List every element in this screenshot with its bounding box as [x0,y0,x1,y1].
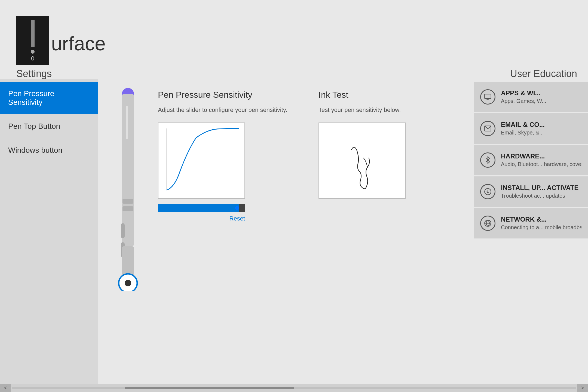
center-panel: Pen Pressure Sensitivity Adjust the slid… [98,79,474,387]
svg-point-9 [125,280,131,286]
edu-subtitle-install: Troubleshoot ac... updates [501,193,581,199]
sidebar-item-windows-button[interactable]: Windows button [0,138,98,162]
bluetooth-icon [480,152,495,168]
slider-container [158,204,245,213]
app-title: urface [51,34,106,53]
logo-icon: 0 [16,16,49,65]
curve-svg [158,123,244,198]
sidebar: Pen Pressure Sensitivity Pen Top Button … [0,79,98,387]
pen-pressure-desc: Adjust the slider to configure your pen … [158,105,297,114]
edu-subtitle-apps: Apps, Games, W... [501,98,581,104]
svg-rect-5 [121,223,125,238]
svg-rect-7 [122,246,134,276]
ink-test-box[interactable] [318,122,406,199]
curve-chart [158,122,245,199]
mail-icon [480,121,495,136]
edu-title-apps: APPS & WI... [501,89,581,97]
reset-link[interactable]: Reset [158,215,245,222]
edu-title-install: INSTALL, UP... ACTIVATE [501,184,581,192]
edu-title-hardware: HARDWARE... [501,152,581,160]
settings-area: Pen Pressure Sensitivity Adjust the slid… [158,90,457,222]
monitor-icon [480,89,495,105]
edu-title-network: NETWORK &... [501,216,581,223]
logo-area: 0 urface [16,16,106,65]
svg-rect-3 [122,199,133,204]
scroll-left-button[interactable]: < [0,384,11,392]
settings-label: Settings [16,68,52,79]
svg-rect-2 [126,106,128,139]
ink-test-title: Ink Test [318,90,457,100]
edu-card-network[interactable]: NETWORK &... Connecting to a... mobile b… [474,208,588,238]
svg-rect-4 [122,206,133,211]
edu-subtitle-email: Email, Skype, &... [501,130,581,136]
edu-text-hardware: HARDWARE... Audio, Bluetoot... hardware,… [501,152,581,167]
svg-rect-12 [485,94,491,99]
pen-pressure-title: Pen Pressure Sensitivity [158,90,297,100]
pen-num: 0 [31,55,34,62]
user-education-label: User Education [510,68,588,79]
ink-test-desc: Test your pen sensitivity below. [318,105,457,114]
edu-card-email[interactable]: EMAIL & CO... Email, Skype, &... [474,113,588,144]
scroll-thumb[interactable] [125,387,294,389]
header: 0 urface Settings User Education [0,0,588,76]
scroll-track [12,387,576,389]
sidebar-item-pen-pressure[interactable]: Pen Pressure Sensitivity [0,82,98,114]
edu-title-email: EMAIL & CO... [501,121,581,128]
sensitivity-section: Pen Pressure Sensitivity Adjust the slid… [158,90,297,222]
signal-icon [480,216,495,231]
edu-text-install: INSTALL, UP... ACTIVATE Troubleshoot ac.… [501,184,581,199]
pressure-slider[interactable] [158,204,245,212]
pen-bar [31,20,35,47]
edu-text-network: NETWORK &... Connecting to a... mobile b… [501,216,581,231]
pen-dot [31,50,35,54]
download-icon [480,184,495,199]
edu-card-install[interactable]: INSTALL, UP... ACTIVATE Troubleshoot ac.… [474,176,588,207]
scrollbar-area: < > [0,384,588,392]
main-content: Pen Pressure Sensitivity Pen Top Button … [0,79,588,387]
right-panel: APPS & WI... Apps, Games, W... EMAIL & C… [474,79,588,387]
scroll-right-button[interactable]: > [577,384,588,392]
edu-subtitle-hardware: Audio, Bluetoot... hardware, cover... [501,161,581,167]
edu-card-hardware[interactable]: HARDWARE... Audio, Bluetoot... hardware,… [474,145,588,175]
sidebar-item-pen-top[interactable]: Pen Top Button [0,114,98,138]
pen-illustration [114,84,142,291]
pen-svg [114,84,142,291]
ink-test-section: Ink Test Test your pen sensitivity below… [318,90,457,199]
edu-text-email: EMAIL & CO... Email, Skype, &... [501,121,581,136]
edu-subtitle-network: Connecting to a... mobile broadba... sha… [501,224,581,231]
ink-drawing [319,123,405,198]
edu-text-apps: APPS & WI... Apps, Games, W... [501,89,581,104]
edu-card-apps[interactable]: APPS & WI... Apps, Games, W... [474,82,588,112]
